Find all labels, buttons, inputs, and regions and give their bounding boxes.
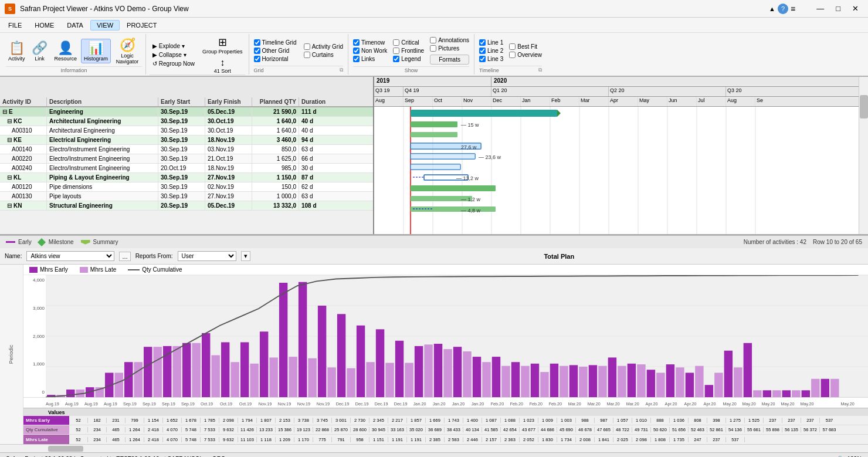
svg-text:Apr.20: Apr.20: [646, 402, 658, 407]
table-row[interactable]: A00220 Electro/Instrument Engineering 30…: [0, 154, 373, 164]
regroup-now-button[interactable]: ↺ Regroup Now: [150, 60, 198, 67]
table-row[interactable]: ⊟KC Architectural Engineering 30.Sep.19 …: [0, 117, 373, 126]
svg-text:Jan.20: Jan.20: [452, 402, 465, 407]
grid-expand-icon[interactable]: ⧉: [340, 67, 343, 73]
table-row[interactable]: A00140 Electro/Instrument Engineering 30…: [0, 145, 373, 154]
table-row[interactable]: ⊟KE Electrical Engineering 30.Sep.19 18.…: [0, 136, 373, 145]
svg-rect-94: [289, 357, 297, 397]
table-row[interactable]: ⊟KL Piping & Layout Engineering 30.Sep.1…: [0, 173, 373, 182]
timeline-grid-check[interactable]: Timeline Grid: [254, 39, 297, 46]
svg-rect-121: [811, 379, 819, 397]
svg-rect-75: [705, 385, 713, 397]
ellipsis-button[interactable]: ...: [119, 252, 130, 261]
annotations-check[interactable]: Annotations: [430, 37, 469, 43]
curtains-check[interactable]: Curtains: [304, 52, 343, 58]
line2-check[interactable]: Line 2: [479, 48, 503, 54]
gantt-chart: — 15 w 27,6 w — 23,6 w — 13,2 w: [374, 107, 868, 234]
expand-icon[interactable]: ⊟: [2, 109, 7, 115]
name-select[interactable]: Atkins view: [26, 251, 114, 261]
link-button[interactable]: 🔗 Link: [29, 39, 50, 63]
logic-navigator-button[interactable]: 🧭 Logic Navigator: [113, 36, 142, 66]
group-properties-button[interactable]: ⊞ Group Properties: [200, 35, 245, 55]
menu-home[interactable]: HOME: [29, 21, 60, 30]
menu-file[interactable]: FILE: [2, 21, 28, 30]
svg-rect-97: [347, 368, 355, 397]
horizontal-scrollbar[interactable]: [0, 444, 868, 452]
month-se: Se: [755, 97, 868, 106]
svg-text:Sep.19: Sep.19: [181, 402, 195, 407]
timeline-expand-icon[interactable]: ⧉: [538, 67, 542, 73]
svg-rect-111: [618, 366, 626, 397]
resource-button[interactable]: 👤 Resource: [52, 39, 80, 63]
svg-rect-102: [443, 349, 452, 397]
svg-rect-93: [269, 357, 277, 397]
svg-rect-117: [734, 367, 742, 397]
minimize-button[interactable]: —: [812, 3, 829, 14]
timenow-check[interactable]: Timenow: [353, 39, 387, 46]
explode-button[interactable]: ▶ Explode ▾: [150, 42, 198, 50]
svg-rect-81: [821, 379, 829, 397]
menu-project[interactable]: PROJECT: [121, 21, 162, 30]
menu-view[interactable]: VIEW: [90, 20, 120, 31]
table-row[interactable]: A00120 Pipe dimensions 30.Sep.19 02.Nov.…: [0, 182, 373, 192]
table-row[interactable]: ⊟KN Structural Engineering 20.Sep.19 05.…: [0, 201, 373, 211]
up-arrow-icon[interactable]: ▲: [769, 5, 775, 12]
expand-icon[interactable]: ⊟: [7, 174, 12, 181]
svg-text:Apr.20: Apr.20: [684, 402, 697, 407]
table-row[interactable]: ⊟E Engineering 30.Sep.19 05.Dec.19 21 59…: [0, 107, 373, 117]
line3-check[interactable]: Line 3: [479, 56, 503, 62]
svg-rect-109: [579, 367, 587, 397]
svg-rect-56: [337, 314, 345, 397]
expand-icon[interactable]: ⊟: [7, 118, 12, 124]
value-table: Mhrs Early 521822317991 1541 6521 6781 7…: [23, 416, 868, 444]
table-row[interactable]: A00240 Electro/Instrument Engineering 20…: [0, 164, 373, 173]
histogram-button[interactable]: 📊 Histogram: [81, 39, 111, 63]
maximize-button[interactable]: □: [831, 3, 845, 14]
overview-check[interactable]: Overview: [509, 52, 542, 58]
best-fit-check[interactable]: Best Fit: [509, 43, 542, 50]
svg-rect-112: [637, 364, 645, 397]
expand-icon[interactable]: ⊟: [7, 137, 12, 143]
table-row[interactable]: A00130 Pipe layouts 30.Sep.19 27.Nov.19 …: [0, 192, 373, 201]
svg-rect-80: [802, 390, 810, 397]
svg-text:Dec.19: Dec.19: [355, 402, 369, 407]
line1-check[interactable]: Line 1: [479, 39, 503, 46]
svg-rect-120: [792, 390, 800, 397]
activity-grid-check[interactable]: Activity Grid: [304, 43, 343, 50]
reports-arrow[interactable]: ▾: [241, 251, 250, 261]
reports-from-select[interactable]: User: [178, 251, 236, 261]
vertical-scrollbar[interactable]: [859, 77, 868, 234]
mhrs-early-values: 521822317991 1541 6521 6781 7852 0981 79…: [69, 418, 868, 423]
horizontal-check[interactable]: Horizontal: [254, 56, 297, 62]
pictures-check[interactable]: Pictures: [430, 45, 469, 52]
legend-check[interactable]: Legend: [393, 56, 424, 62]
close-button[interactable]: ✕: [847, 3, 863, 14]
help-icon[interactable]: ?: [778, 4, 788, 14]
frontline-check[interactable]: Frontline: [393, 48, 424, 54]
table-row[interactable]: A00310 Architectural Engineering 30.Sep.…: [0, 126, 373, 136]
collapse-button[interactable]: ▶ Collapse ▾: [150, 51, 198, 59]
h-scroll-thumb[interactable]: [48, 446, 83, 452]
hamburger-icon[interactable]: ≡: [791, 4, 795, 13]
activity-button[interactable]: 📋 Activity: [6, 39, 28, 63]
sort-button[interactable]: ↕ 41 Sort: [212, 57, 233, 75]
critical-check[interactable]: Critical: [393, 39, 424, 46]
expand-icon[interactable]: ⊟: [7, 202, 12, 209]
non-work-check[interactable]: Non Work: [353, 48, 387, 54]
svg-rect-51: [240, 342, 249, 397]
chart-svg: [46, 275, 868, 397]
svg-rect-99: [385, 363, 394, 398]
menu-data[interactable]: DATA: [61, 21, 89, 30]
svg-text:Feb.20: Feb.20: [491, 402, 504, 407]
year-2020: 2020: [491, 77, 868, 86]
other-grid-check[interactable]: Other Grid: [254, 48, 297, 54]
quarter-q4-19: Q4 19: [404, 87, 491, 96]
svg-text:Feb.20: Feb.20: [510, 402, 523, 407]
month-dec: Dec: [491, 97, 521, 106]
scroll-thumb[interactable]: [860, 95, 868, 119]
links-check[interactable]: Links: [353, 56, 387, 62]
qty-cumulative-label: Qty Cumulative: [23, 425, 69, 434]
svg-text:May.20: May.20: [781, 402, 795, 407]
y-axis-ticks: 4,000 3,000 2,000 1,000 0: [23, 275, 46, 397]
formats-button[interactable]: Formats: [430, 55, 469, 65]
